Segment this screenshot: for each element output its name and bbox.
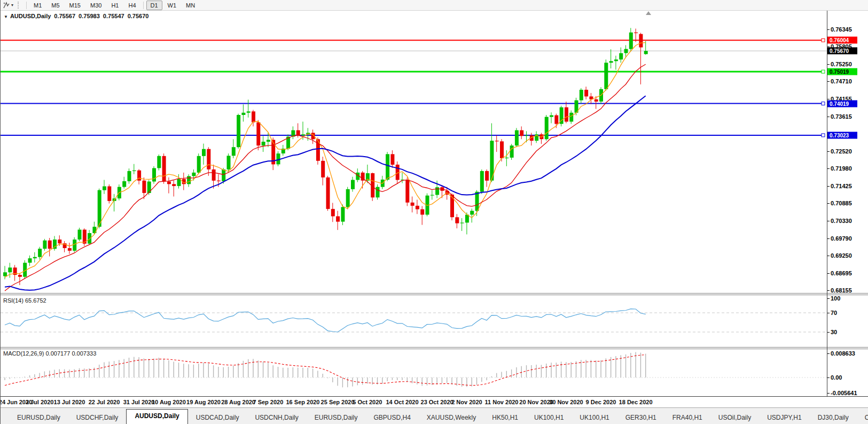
macd-axis-tick-label: -0.005641 <box>831 390 857 396</box>
chart-symbol-label: AUDUSD,Daily <box>10 13 51 19</box>
timeframe-button-w1[interactable]: W1 <box>163 1 181 10</box>
time-axis-label: 5 Oct 2020 <box>353 399 382 405</box>
chart-tab-usdcad-daily[interactable]: USDCAD,Daily <box>188 412 247 424</box>
price-level-badge[interactable]: 0.73023 <box>827 132 857 138</box>
chart-tab-usdjpy-h1[interactable]: USDJPY,H1 <box>759 412 809 424</box>
chart-tab-fra40-h1[interactable]: FRA40,H1 <box>664 412 710 424</box>
price-axis-tick-label: 0.71425 <box>831 183 852 189</box>
chart-tab-eurusd-daily[interactable]: EURUSD,Daily <box>307 412 366 424</box>
time-axis-label: 19 Aug 2020 <box>186 399 221 405</box>
chart-tab-gbpusd-h4[interactable]: GBPUSD,H4 <box>365 412 418 424</box>
chart-cursor-icon <box>3 2 10 9</box>
timeframe-button-m15[interactable]: M15 <box>65 1 85 10</box>
price-axis-tick-label: 0.70885 <box>831 200 852 206</box>
timeframe-button-m5[interactable]: M5 <box>47 1 64 10</box>
timeframe-button-mn[interactable]: MN <box>182 1 199 10</box>
price-axis-tick-label: 0.68695 <box>831 270 852 276</box>
time-axis[interactable]: 24 Jun 20203 Jul 202013 Jul 202022 Jul 2… <box>1 396 868 407</box>
rsi-label: RSI(14) 65.6752 <box>3 297 46 304</box>
pane-divider-rsi-macd[interactable] <box>1 347 868 349</box>
chart-tab-ger30-h1[interactable]: GER30,H1 <box>617 412 664 424</box>
ohlc-low: 0.75547 <box>103 13 124 19</box>
time-axis-label: 3 Jul 2020 <box>26 399 54 405</box>
chart-title: ▼AUDUSD,Daily0.755670.759830.755470.7567… <box>4 13 152 19</box>
price-axis-tick-label: 0.75250 <box>831 61 852 67</box>
price-axis-tick-label: 0.71980 <box>831 165 852 172</box>
time-axis-label: 22 Jul 2020 <box>89 399 120 405</box>
timeframe-button-m1[interactable]: M1 <box>29 1 46 10</box>
chevron-down-icon: ▾ <box>11 3 13 7</box>
rsi-axis-tick-label: 30 <box>831 329 837 335</box>
timeframe-button-d1[interactable]: D1 <box>146 1 162 10</box>
timeframe-button-m30[interactable]: M30 <box>86 1 106 10</box>
macd-indicator-pane[interactable] <box>1 349 827 396</box>
chart-tools-button[interactable]: ▾ <box>1 2 15 9</box>
macd-label: MACD(12,26,9) 0.007177 0.007333 <box>3 350 96 357</box>
main-price-chart[interactable] <box>1 11 827 293</box>
time-axis-label: 2 Nov 2020 <box>451 399 482 405</box>
rsi-indicator-pane[interactable] <box>1 296 827 347</box>
chart-tab-uk100-h1[interactable]: UK100,H1 <box>526 412 572 424</box>
trading-terminal-window: ▾ M1M5M15M30H1H4D1W1MN ▼AUDUSD,Daily0.75… <box>0 0 868 424</box>
chart-tab-audusd-daily[interactable]: AUDUSD,Daily <box>126 409 187 424</box>
timeframe-button-h4[interactable]: H4 <box>124 1 140 10</box>
ohlc-open: 0.75567 <box>54 13 75 19</box>
chart-shift-marker[interactable] <box>646 11 651 15</box>
price-level-badge[interactable]: 0.74019 <box>827 100 857 107</box>
time-axis-label: 14 Oct 2020 <box>386 399 418 405</box>
chart-tab-eurusd-daily[interactable]: EURUSD,Daily <box>9 412 68 424</box>
ohlc-close: 0.75670 <box>128 13 149 19</box>
toolbar-separator <box>26 2 27 9</box>
price-axis-tick-label: 0.69790 <box>831 235 852 242</box>
price-axis-tick-label: 0.73615 <box>831 113 852 120</box>
time-axis-label: 20 Nov 2020 <box>519 399 553 405</box>
time-axis-label: 13 Jul 2020 <box>54 399 85 405</box>
time-axis-label: 23 Oct 2020 <box>421 399 453 405</box>
time-axis-label: 10 Aug 2020 <box>152 399 186 405</box>
chart-tab-dj30-daily[interactable]: DJ30,Daily <box>810 412 857 424</box>
chart-tab-bar: EURUSD,DailyUSDCHF,DailyAUDUSD,DailyUSDC… <box>1 407 868 424</box>
rsi-axis-tick-label: 100 <box>831 295 840 302</box>
chart-tab-usoil-daily[interactable]: USOil,Daily <box>710 412 759 424</box>
macd-axis-tick-label: 0.00 <box>831 374 842 381</box>
timeframe-toolbar: ▾ M1M5M15M30H1H4D1W1MN <box>1 0 868 11</box>
chart-tab-usdcnh-daily[interactable]: USDCNH,Daily <box>247 412 306 424</box>
rsi-axis-tick-label: 70 <box>831 310 837 316</box>
time-axis-label: 11 Nov 2020 <box>485 399 519 405</box>
current-price-badge[interactable]: 0.75670 <box>827 48 857 55</box>
time-axis-label: 31 Jul 2020 <box>123 399 155 405</box>
price-axis-tick-label: 0.76345 <box>831 26 852 33</box>
ohlc-high: 0.75983 <box>79 13 100 19</box>
macd-axis-tick-label: 0.008633 <box>831 350 855 357</box>
time-axis-label: 9 Dec 2020 <box>586 399 616 405</box>
time-axis-label: 16 Sep 2020 <box>286 399 320 405</box>
toolbar-grip-handle[interactable] <box>18 2 21 9</box>
chart-tab-xauusd-weekly[interactable]: XAUUSD,Weekly <box>419 412 484 424</box>
time-axis-label: 25 Sep 2020 <box>321 399 355 405</box>
time-axis-label: 7 Sep 2020 <box>253 399 283 405</box>
time-axis-label: 30 Nov 2020 <box>549 399 583 405</box>
price-axis-tick-label: 0.70330 <box>831 218 852 224</box>
price-axis-tick-label: 0.72520 <box>831 148 852 155</box>
time-axis-label: 18 Dec 2020 <box>619 399 653 405</box>
price-axis-tick-label: 0.69250 <box>831 252 852 259</box>
collapse-arrow-icon[interactable]: ▼ <box>4 14 8 19</box>
chart-tab-china300-h1[interactable]: CHINA300,H1 <box>857 412 868 424</box>
price-level-badge[interactable]: 0.76004 <box>827 37 857 44</box>
chart-tab-hk50-h1[interactable]: HK50,H1 <box>484 412 526 424</box>
price-level-badge[interactable]: 0.75019 <box>827 68 857 75</box>
time-axis-label: 28 Aug 2020 <box>221 399 255 405</box>
chart-tab-usdchf-daily[interactable]: USDCHF,Daily <box>68 412 127 424</box>
price-axis-tick-label: 0.74710 <box>831 78 852 84</box>
pane-divider-main-rsi[interactable] <box>1 293 868 295</box>
timeframe-button-h1[interactable]: H1 <box>107 1 123 10</box>
chart-tab-uk100-h1[interactable]: UK100,H1 <box>572 412 617 424</box>
toolbar-separator <box>143 2 144 9</box>
